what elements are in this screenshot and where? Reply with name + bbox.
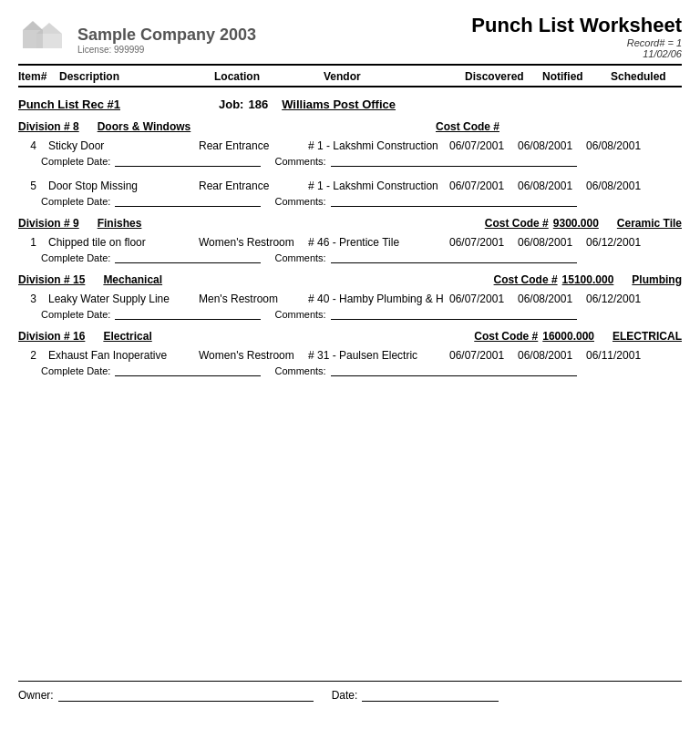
footer-date-line[interactable] — [362, 689, 499, 702]
footer-date-field: Date: — [332, 689, 499, 702]
item-3-complete-row: Complete Date: Comments: — [18, 307, 682, 324]
record-date: 11/02/06 — [643, 48, 682, 59]
top-divider — [18, 64, 682, 66]
comments-label-5: Comments: — [274, 196, 325, 207]
item-4-desc: Sticky Door — [48, 139, 199, 152]
item-3-notified: 06/08/2001 — [518, 293, 586, 305]
punch-job-section: Job: 186 Williams Post Office — [219, 98, 396, 111]
item-2-notified: 06/08/2001 — [518, 349, 586, 362]
footer-owner-field: Owner: — [18, 689, 314, 702]
division-9-name: Finishes — [98, 217, 142, 230]
division-15-name: Mechanical — [103, 273, 162, 286]
division-16-name: Electrical — [103, 330, 151, 343]
item-1-num: 1 — [18, 236, 36, 249]
comments-line-5[interactable] — [331, 196, 577, 207]
division-16-cost-code-name: ELECTRICAL — [612, 330, 682, 343]
comments-line-3[interactable] — [331, 309, 577, 320]
svg-marker-1 — [23, 21, 43, 30]
complete-label-4: Complete Date: — [41, 156, 110, 167]
item-5-desc: Door Stop Missing — [48, 180, 199, 192]
col-header-vendor: Vendor — [324, 70, 465, 83]
division-9-cost-code-num: 9300.000 — [553, 217, 599, 230]
division-16-cost-code-num: 16000.000 — [542, 330, 594, 343]
division-15-cost-code-num: 15100.000 — [562, 273, 614, 286]
complete-label-3: Complete Date: — [41, 309, 110, 320]
punch-list-rec-row: Punch List Rec #1 Job: 186 Williams Post… — [18, 92, 682, 115]
comments-label-1: Comments: — [274, 252, 325, 263]
svg-rect-2 — [36, 34, 62, 48]
division-15-label: Division # 15 — [18, 273, 85, 286]
comments-label-4: Comments: — [274, 156, 325, 167]
footer-date-label: Date: — [332, 689, 358, 702]
company-name: Sample Company 2003 — [77, 26, 256, 45]
item-1-complete-row: Complete Date: Comments: — [18, 251, 682, 268]
division-row-9: Division # 9 Finishes Cost Code # 9300.0… — [18, 211, 682, 232]
item-row-3: 3 Leaky Water Supply Line Men's Restroom… — [18, 289, 682, 307]
division-row-8: Division # 8 Doors & Windows Cost Code # — [18, 115, 682, 136]
division-16-cost-code-label: Cost Code # — [474, 330, 538, 343]
company-logo — [18, 14, 68, 55]
complete-line-2[interactable] — [115, 365, 261, 376]
item-1-desc: Chipped tile on floor — [48, 236, 199, 249]
division-row-15: Division # 15 Mechanical Cost Code # 151… — [18, 268, 682, 289]
division-16-label: Division # 16 — [18, 330, 85, 343]
col-header-sched: Scheduled — [611, 70, 674, 83]
item-5-complete-row: Complete Date: Comments: — [18, 194, 682, 211]
division-15-cost-code-label: Cost Code # — [494, 273, 558, 286]
punch-job-num: 186 — [248, 98, 268, 111]
complete-label-5: Complete Date: — [41, 196, 110, 207]
footer-divider — [18, 681, 682, 682]
complete-line-5[interactable] — [115, 196, 261, 207]
item-1-scheduled: 06/12/2001 — [586, 236, 650, 249]
complete-line-1[interactable] — [115, 252, 261, 263]
item-row-2: 2 Exhaust Fan Inoperative Women's Restro… — [18, 345, 682, 364]
footer-owner-line[interactable] — [58, 689, 314, 702]
division-9-label: Division # 9 — [18, 217, 79, 230]
comments-line-1[interactable] — [331, 252, 577, 263]
item-2-desc: Exhaust Fan Inoperative — [48, 349, 199, 362]
item-5-num: 5 — [18, 180, 36, 192]
item-3-vendor: # 40 - Hamby Plumbing & H — [308, 293, 449, 305]
division-9-cost-code-label: Cost Code # — [485, 217, 549, 230]
item-5-loc: Rear Entrance — [199, 180, 308, 192]
page-title: Punch List Worksheet — [471, 14, 682, 37]
col-header-item: Item# — [18, 70, 59, 83]
footer-fields: Owner: Date: — [18, 689, 682, 702]
item-2-loc: Women's Restroom — [199, 349, 308, 362]
item-1-vendor: # 46 - Prentice Tile — [308, 236, 449, 249]
comments-label-2: Comments: — [274, 365, 325, 376]
item-1-discovered: 06/07/2001 — [449, 236, 518, 249]
comments-label-3: Comments: — [274, 309, 325, 320]
punch-job-name: Williams Post Office — [282, 98, 396, 111]
item-4-num: 4 — [18, 139, 36, 152]
item-4-discovered: 06/07/2001 — [449, 139, 518, 152]
item-5-notified: 06/08/2001 — [518, 180, 586, 192]
punch-list-rec-label: Punch List Rec #1 — [18, 98, 201, 111]
col-header-notif: Notified — [542, 70, 611, 83]
division-8-cost-code-label: Cost Code # — [436, 120, 499, 133]
logo-section: Sample Company 2003 License: 999999 — [18, 14, 256, 55]
complete-line-4[interactable] — [115, 156, 261, 167]
item-4-loc: Rear Entrance — [199, 139, 308, 152]
page-header: Sample Company 2003 License: 999999 Punc… — [18, 14, 682, 59]
record-info: Record# = 1 11/02/06 — [471, 37, 682, 59]
item-5-scheduled: 06/08/2001 — [586, 180, 650, 192]
footer-owner-label: Owner: — [18, 689, 54, 702]
record-number: Record# = 1 — [627, 37, 682, 48]
comments-line-2[interactable] — [331, 365, 577, 376]
item-4-notified: 06/08/2001 — [518, 139, 586, 152]
complete-label-1: Complete Date: — [41, 252, 110, 263]
page: Sample Company 2003 License: 999999 Punc… — [0, 0, 700, 729]
item-2-vendor: # 31 - Paulsen Electric — [308, 349, 449, 362]
item-5-vendor: # 1 - Lakshmi Construction — [308, 180, 449, 192]
item-row-5: 5 Door Stop Missing Rear Entrance # 1 - … — [18, 176, 682, 194]
item-4-scheduled: 06/08/2001 — [586, 139, 650, 152]
item-2-num: 2 — [18, 349, 36, 362]
title-section: Punch List Worksheet Record# = 1 11/02/0… — [471, 14, 682, 59]
item-3-discovered: 06/07/2001 — [449, 293, 518, 305]
complete-line-3[interactable] — [115, 309, 261, 320]
item-2-scheduled: 06/11/2001 — [586, 349, 650, 362]
item-2-complete-row: Complete Date: Comments: — [18, 364, 682, 381]
item-1-notified: 06/08/2001 — [518, 236, 586, 249]
comments-line-4[interactable] — [331, 156, 577, 167]
